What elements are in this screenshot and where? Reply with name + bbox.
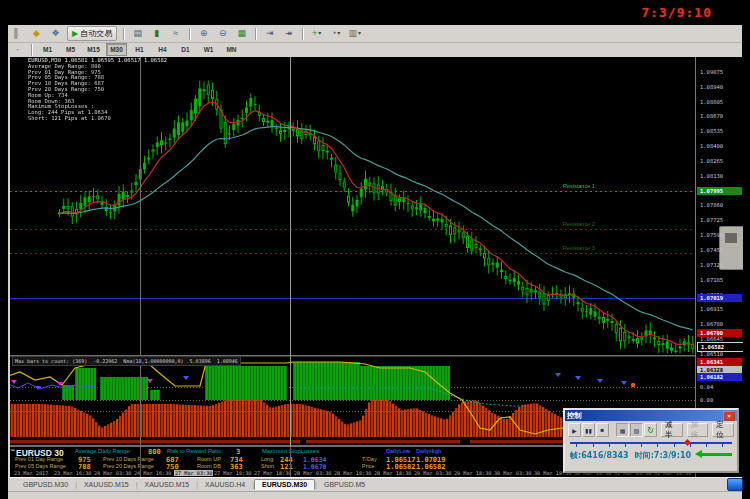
replay-time-overlay: 7:3/9:10: [641, 5, 712, 20]
close-icon[interactable]: ×: [723, 411, 735, 421]
periods-icon[interactable]: ◔▾: [327, 26, 344, 41]
status-bar: [8, 491, 742, 499]
indicator-axis-label: 1.06182: [697, 373, 742, 381]
timeframe-w1[interactable]: W1: [198, 43, 219, 56]
control-panel-window[interactable]: 控制 × ▶▮▮■▦▧↻减半加倍定位 帧:6416/8343 时间:7:3/9:…: [563, 408, 739, 473]
level-label: Resistance 1: [563, 183, 595, 189]
slider-tick: [657, 444, 658, 447]
bottom-panel-cell: DailyHigh: [416, 448, 441, 454]
axis-highlight-label: 1.06582: [697, 342, 743, 352]
double-speed-button[interactable]: 加倍: [687, 423, 709, 437]
axis-price-label: 1.07860: [700, 202, 723, 208]
play-icon: ▶: [72, 29, 78, 38]
shift-end-icon[interactable]: ⇥: [261, 26, 278, 41]
axis-price-label: 1.08265: [700, 158, 723, 164]
control-panel-titlebar[interactable]: 控制 ×: [565, 410, 737, 421]
chart-shift-icon[interactable]: ·: [9, 42, 26, 57]
bottom-panel-cell: Price: [362, 463, 375, 469]
toolbar-separator: [302, 28, 303, 40]
timeframe-h1[interactable]: H1: [129, 43, 150, 56]
tab-xauusd-m15[interactable]: XAUUSD.M15: [138, 480, 197, 489]
timeframe-m15[interactable]: M15: [83, 43, 104, 56]
indicator-label: Max bars to count: (369) -0.22062 Nma(18…: [12, 356, 241, 366]
dropdown-arrow-icon: ▾: [337, 27, 340, 40]
tile-windows-icon[interactable]: ▦: [233, 26, 250, 41]
axis-price-label: 1.08940: [700, 84, 723, 90]
slider-tick: [706, 444, 707, 447]
toggle-icon-2[interactable]: ▧: [630, 423, 643, 437]
half-speed-button[interactable]: 减半: [661, 423, 683, 437]
tab-gbpusd-m5[interactable]: GBPUSD.M5: [317, 480, 372, 489]
indicator-axis-label: 0.04: [700, 384, 713, 390]
toolbar-main: ▌◆❖▶自动交易▤▮≈⊕⊖▦⇥↠+▾◔▾▥▾: [8, 25, 742, 43]
time-axis-label: 30 Mar 03:30: [494, 470, 531, 476]
play-button[interactable]: ▶: [568, 423, 581, 437]
vertical-separator: [140, 447, 141, 477]
toggle-icon-1[interactable]: ▦: [616, 423, 629, 437]
refresh-icon[interactable]: ↻: [644, 423, 657, 437]
stop-button[interactable]: ■: [596, 423, 609, 437]
time-axis-label: 27 Mar 03:30: [174, 470, 213, 476]
bottom-panel-cell: Long: [261, 456, 273, 462]
timeframe-m1[interactable]: M1: [37, 43, 58, 56]
time-axis-label: 29 Mar 18:30: [454, 470, 491, 476]
tab-eurusd-m30[interactable]: EURUSD.M30: [254, 479, 315, 490]
corner-blue-badge[interactable]: [727, 478, 743, 491]
timeframe-mn[interactable]: MN: [221, 43, 242, 56]
axis-price-label: 1.08670: [700, 113, 723, 119]
axis-price-label: 1.06780: [700, 321, 723, 327]
timeframe-m30[interactable]: M30: [106, 43, 127, 56]
slider-track[interactable]: [570, 442, 732, 444]
bottom-panel-cell: Prev 01 Day Range: [15, 456, 63, 462]
slider-tick: [576, 444, 577, 447]
zoom-out-icon[interactable]: ⊖: [214, 26, 231, 41]
axis-price-label: 1.07725: [700, 217, 723, 223]
locate-button[interactable]: 定位: [712, 423, 734, 437]
chart-area: EURUSD,M30 1.06581 1.06595 1.06517 1.065…: [10, 57, 695, 447]
bottom-panel-cell: ™: [10, 448, 15, 454]
slider-tick: [722, 444, 723, 447]
control-buttons-row: ▶▮▮■▦▧↻减半加倍定位: [565, 421, 737, 437]
tab-xauusd-m15[interactable]: XAUUSD.M15: [77, 480, 136, 489]
toolbar-separator: [31, 44, 32, 56]
level-label: Resistance 3: [563, 245, 595, 251]
toolbar-separator: [255, 28, 256, 40]
candlestick-chart-icon[interactable]: ▮: [148, 26, 165, 41]
tab-xauusd-h4[interactable]: XAUUSD.H4: [198, 480, 252, 489]
bottom-panel-cell: Maximum StopLosses:: [262, 448, 321, 454]
chart-tabs-bar: GBPUSD.M30|XAUUSD.M15|XAUUSD.M15|XAUUSD.…: [8, 477, 742, 491]
axis-price-label: 1.08535: [700, 128, 723, 134]
clipped-icon[interactable]: ▌: [9, 26, 26, 41]
pause-button[interactable]: ▮▮: [582, 423, 595, 437]
indicators-icon[interactable]: +▾: [308, 26, 325, 41]
video-frame: 7:3/9:10 ▌◆❖▶自动交易▤▮≈⊕⊖▦⇥↠+▾◔▾▥▾ ·M1M5M15…: [0, 0, 750, 499]
toolbar-separator: [189, 28, 190, 40]
bars-chart-icon[interactable]: ▤: [129, 26, 146, 41]
green-arrow-icon: [702, 453, 732, 456]
axis-highlight-label: 1.07019: [697, 294, 742, 302]
bottom-panel-cell: DailyLow: [386, 448, 410, 454]
auto-scroll-icon[interactable]: ↠: [280, 26, 297, 41]
tab-gbpusd-m30[interactable]: GBPUSD.M30: [16, 480, 75, 489]
control-info-row: 帧:6416/8343 时间:7:3/9:10: [565, 448, 737, 461]
timeframe-m5[interactable]: M5: [60, 43, 81, 56]
indicator-axis-label: 0.00: [700, 397, 713, 403]
market-watch-icon[interactable]: ❖: [47, 26, 64, 41]
auto-trading-button[interactable]: ▶自动交易: [67, 26, 117, 41]
dropdown-arrow-icon: ▾: [318, 27, 321, 40]
timeframe-h4[interactable]: H4: [152, 43, 173, 56]
progress-slider[interactable]: [570, 439, 732, 448]
slider-tick: [625, 444, 626, 447]
time-axis-label: 24 Mar 03:30: [94, 470, 131, 476]
level-label: Resistance 2: [563, 221, 595, 227]
time-axis-label: 28 Mar 18:30: [374, 470, 411, 476]
bottom-panel-cell: Prev 10 Days Range: [103, 456, 154, 462]
new-order-icon[interactable]: ◆: [28, 26, 45, 41]
timeframe-d1[interactable]: D1: [175, 43, 196, 56]
templates-icon[interactable]: ▥▾: [346, 26, 363, 41]
time-axis-label: 23 Mar 16:30: [54, 470, 91, 476]
slider-tick: [593, 444, 594, 447]
zoom-in-icon[interactable]: ⊕: [195, 26, 212, 41]
line-chart-icon[interactable]: ≈: [167, 26, 184, 41]
slider-tick: [674, 444, 675, 447]
